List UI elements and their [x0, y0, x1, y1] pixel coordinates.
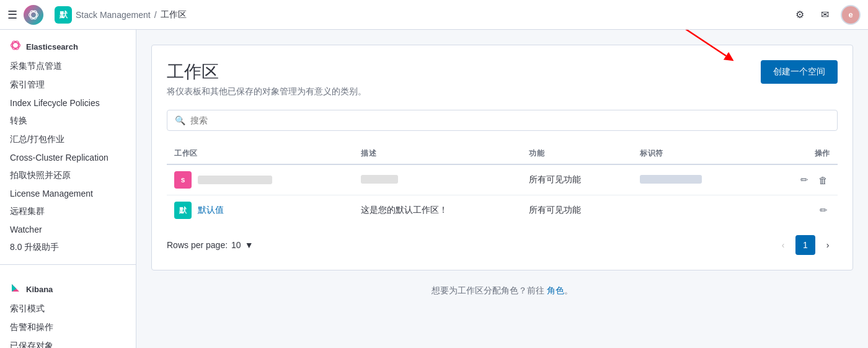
- row2-avatar: 默: [174, 202, 192, 219]
- col-features: 功能: [521, 143, 632, 164]
- kibana-label: Kibana: [26, 285, 53, 294]
- sidebar-item-pipeline[interactable]: 采集节点管道: [0, 57, 136, 76]
- col-workspace: 工作区: [167, 143, 353, 164]
- page-subtitle: 将仪表板和其他已保存的对象管理为有意义的类别。: [167, 86, 366, 97]
- elasticsearch-icon: [10, 40, 21, 53]
- role-suffix: 。: [564, 285, 573, 295]
- breadcrumb-current: 工作区: [161, 9, 187, 20]
- elasticsearch-label: Elasticsearch: [26, 42, 78, 51]
- svg-point-5: [11, 40, 20, 50]
- big-red-arrow: [680, 30, 742, 65]
- sidebar: Elasticsearch 采集节点管道 索引管理 Index Lifecycl…: [0, 30, 136, 348]
- prev-page-button[interactable]: ‹: [773, 235, 793, 255]
- row2-features: 所有可见功能: [521, 195, 632, 226]
- nav-icons: ⚙ ✉ e: [789, 4, 861, 26]
- sidebar-item-index-patterns[interactable]: 索引模式: [0, 300, 136, 318]
- page-1-button[interactable]: 1: [795, 235, 815, 255]
- role-section: 想要为工作区分配角色？前往 角色。: [151, 285, 853, 297]
- kibana-icon: [10, 282, 21, 296]
- svg-line-9: [686, 30, 726, 56]
- row2-action-icons: ✏: [767, 202, 830, 218]
- workspace-title-block: 工作区 将仪表板和其他已保存的对象管理为有意义的类别。: [167, 60, 366, 97]
- table-header: 工作区 描述 功能 标识符 操作: [167, 143, 838, 164]
- row2-tags: [632, 195, 760, 226]
- app-icon: 默: [55, 6, 72, 24]
- row1-tags: [632, 164, 760, 195]
- create-area: 创建一个空间: [761, 60, 838, 84]
- svg-point-2: [29, 9, 38, 20]
- settings-button[interactable]: ⚙: [789, 4, 811, 26]
- row2-actions: ✏: [760, 195, 838, 226]
- row2-workspace-cell: 默 默认值: [167, 195, 353, 226]
- row2-description: 这是您的默认工作区！: [353, 195, 521, 226]
- row1-name-blurred: [198, 176, 272, 184]
- rows-per-page[interactable]: Rows per page: 10 ▼: [167, 240, 254, 250]
- row2-edit-button[interactable]: ✏: [817, 202, 830, 218]
- row1-desc-blurred: [361, 175, 398, 184]
- table-row: 默 默认值 这是您的默认工作区！ 所有可见功能 ✏: [167, 195, 838, 226]
- table-body: s 所有可见功能: [167, 164, 838, 225]
- avatar[interactable]: e: [841, 5, 861, 25]
- col-tags: 标识符: [632, 143, 760, 164]
- logo: [24, 5, 43, 25]
- top-nav: ☰ 默 Stack Management / 工作区 ⚙ ✉ e: [0, 0, 868, 30]
- col-description: 描述: [353, 143, 521, 164]
- workspaces-table: 工作区 描述 功能 标识符 操作 s: [167, 143, 838, 225]
- role-link[interactable]: 角色: [547, 285, 564, 295]
- row1-actions: ✏ 🗑: [760, 164, 838, 195]
- row1-tag-blurred: [640, 175, 702, 184]
- kibana-section: Kibana: [0, 272, 136, 300]
- pagination: Rows per page: 10 ▼ ‹ 1 ›: [167, 235, 838, 255]
- breadcrumb-parent[interactable]: Stack Management: [76, 10, 151, 20]
- breadcrumb-separator: /: [154, 10, 157, 20]
- rows-per-page-value: 10: [231, 240, 241, 250]
- elasticsearch-section: Elasticsearch: [0, 30, 136, 57]
- rows-per-page-chevron: ▼: [245, 240, 254, 250]
- search-icon: 🔍: [175, 115, 185, 125]
- mail-button[interactable]: ✉: [813, 4, 836, 26]
- sidebar-item-ilp[interactable]: Index Lifecycle Policies: [0, 94, 136, 112]
- hamburger-icon[interactable]: ☰: [7, 8, 17, 22]
- sidebar-divider: [0, 264, 136, 265]
- workspace-card: 工作区 将仪表板和其他已保存的对象管理为有意义的类别。 创建一个空间: [151, 45, 853, 270]
- sidebar-item-ccr[interactable]: Cross-Cluster Replication: [0, 149, 136, 166]
- page-title: 工作区: [167, 60, 366, 84]
- breadcrumb: Stack Management / 工作区: [76, 9, 187, 20]
- create-space-button[interactable]: 创建一个空间: [761, 60, 838, 84]
- row1-avatar: s: [174, 171, 192, 189]
- sidebar-item-remote[interactable]: 远程集群: [0, 202, 136, 221]
- search-bar: 🔍: [167, 110, 838, 131]
- table-row: s 所有可见功能: [167, 164, 838, 195]
- row1-features: 所有可见功能: [521, 164, 632, 195]
- row1-delete-button[interactable]: 🗑: [816, 172, 830, 188]
- workspace-header: 工作区 将仪表板和其他已保存的对象管理为有意义的类别。 创建一个空间: [167, 60, 838, 97]
- sidebar-item-alerts[interactable]: 告警和操作: [0, 318, 136, 337]
- rows-per-page-label: Rows per page:: [167, 240, 228, 250]
- sidebar-item-upgrade[interactable]: 8.0 升级助手: [0, 238, 136, 257]
- sidebar-item-transform[interactable]: 转换: [0, 112, 136, 130]
- sidebar-item-rollup[interactable]: 汇总/打包作业: [0, 130, 136, 149]
- row1-edit-button[interactable]: ✏: [798, 172, 811, 188]
- row1-description: [353, 164, 521, 195]
- sidebar-item-index-mgmt[interactable]: 索引管理: [0, 76, 136, 94]
- role-text: 想要为工作区分配角色？前往: [432, 285, 544, 295]
- sidebar-item-saved-objects[interactable]: 已保存对象: [0, 337, 136, 348]
- sidebar-item-license[interactable]: License Management: [0, 185, 136, 202]
- col-actions: 操作: [760, 143, 838, 164]
- app-logo: [24, 5, 43, 25]
- sidebar-item-watcher[interactable]: Watcher: [0, 221, 136, 238]
- search-input[interactable]: [190, 115, 830, 125]
- main-content: 工作区 将仪表板和其他已保存的对象管理为有意义的类别。 创建一个空间: [136, 30, 868, 348]
- sidebar-item-snapshot[interactable]: 拍取快照并还原: [0, 166, 136, 185]
- row1-action-icons: ✏ 🗑: [767, 172, 830, 188]
- next-page-button[interactable]: ›: [818, 235, 838, 255]
- pagination-nav: ‹ 1 ›: [773, 235, 838, 255]
- row2-name[interactable]: 默认值: [198, 205, 224, 216]
- row1-workspace-cell: s: [167, 164, 353, 195]
